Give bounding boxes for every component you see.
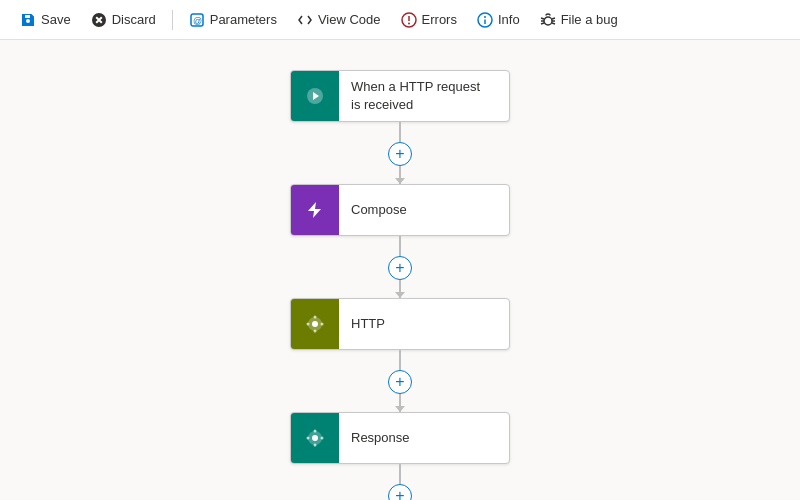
parameters-icon: @	[189, 12, 205, 28]
line-2a	[399, 236, 401, 256]
svg-point-25	[314, 444, 317, 447]
flow-diagram: When a HTTP requestis received + Compose…	[290, 40, 510, 500]
svg-point-19	[314, 330, 317, 333]
svg-line-14	[552, 23, 555, 24]
line-1b	[399, 166, 401, 184]
line-3b	[399, 394, 401, 412]
errors-icon	[401, 12, 417, 28]
step-http-label: HTTP	[339, 307, 397, 341]
svg-point-27	[321, 437, 324, 440]
step-response[interactable]: Response	[290, 412, 510, 464]
viewcode-button[interactable]: View Code	[289, 8, 389, 32]
svg-line-12	[552, 18, 555, 19]
step-compose-icon	[291, 184, 339, 236]
step-response-icon	[291, 412, 339, 464]
connector-3: +	[388, 350, 412, 412]
step-http-icon	[291, 298, 339, 350]
connector-1: +	[388, 122, 412, 184]
add-step-2[interactable]: +	[388, 256, 412, 280]
step-compose-label: Compose	[339, 193, 419, 227]
filebug-label: File a bug	[561, 12, 618, 27]
step-trigger[interactable]: When a HTTP requestis received	[290, 70, 510, 122]
info-icon	[477, 12, 493, 28]
step-response-label: Response	[339, 421, 422, 455]
add-step-1[interactable]: +	[388, 142, 412, 166]
compose-symbol	[303, 198, 327, 222]
flow-canvas: When a HTTP requestis received + Compose…	[0, 40, 800, 500]
svg-point-18	[314, 316, 317, 319]
svg-line-9	[541, 18, 544, 19]
response-symbol	[303, 426, 327, 450]
svg-point-17	[312, 321, 318, 327]
errors-button[interactable]: Errors	[393, 8, 465, 32]
save-label: Save	[41, 12, 71, 27]
info-button[interactable]: Info	[469, 8, 528, 32]
step-http[interactable]: HTTP	[290, 298, 510, 350]
http-symbol	[303, 312, 327, 336]
bug-icon	[540, 12, 556, 28]
svg-point-21	[321, 323, 324, 326]
svg-point-26	[307, 437, 310, 440]
viewcode-label: View Code	[318, 12, 381, 27]
line-1a	[399, 122, 401, 142]
parameters-button[interactable]: @ Parameters	[181, 8, 285, 32]
step-trigger-label: When a HTTP requestis received	[339, 70, 492, 122]
save-icon	[20, 12, 36, 28]
line-final	[399, 464, 401, 484]
discard-label: Discard	[112, 12, 156, 27]
viewcode-icon	[297, 12, 313, 28]
svg-point-20	[307, 323, 310, 326]
add-step-3[interactable]: +	[388, 370, 412, 394]
info-label: Info	[498, 12, 520, 27]
trigger-symbol	[303, 84, 327, 108]
step-trigger-icon	[291, 70, 339, 122]
add-step-final[interactable]: +	[388, 484, 412, 500]
errors-label: Errors	[422, 12, 457, 27]
discard-icon	[91, 12, 107, 28]
discard-button[interactable]: Discard	[83, 8, 164, 32]
connector-final: +	[388, 464, 412, 500]
toolbar: Save Discard @ Parameters View Code Erro…	[0, 0, 800, 40]
filebug-button[interactable]: File a bug	[532, 8, 626, 32]
svg-point-8	[544, 17, 552, 25]
svg-point-23	[312, 435, 318, 441]
svg-text:@: @	[193, 16, 202, 26]
connector-2: +	[388, 236, 412, 298]
save-button[interactable]: Save	[12, 8, 79, 32]
svg-line-11	[541, 23, 544, 24]
svg-point-24	[314, 430, 317, 433]
svg-point-4	[408, 22, 410, 24]
line-2b	[399, 280, 401, 298]
line-3a	[399, 350, 401, 370]
svg-point-6	[484, 16, 486, 18]
step-compose[interactable]: Compose	[290, 184, 510, 236]
separator-1	[172, 10, 173, 30]
parameters-label: Parameters	[210, 12, 277, 27]
